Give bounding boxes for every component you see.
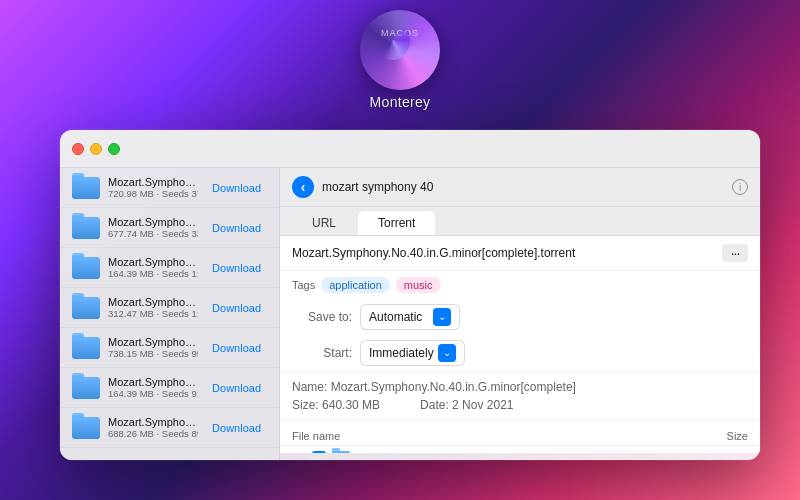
sidebar: Mozart.Symphony. 720.98 MB · Seeds 378 D… (60, 168, 280, 460)
more-button[interactable]: ··· (722, 244, 748, 262)
date-item: Date: 2 Nov 2021 (420, 398, 513, 412)
size-value: 640.30 MB (322, 398, 380, 412)
sidebar-meta: 164.39 MB · Seeds 113 (108, 268, 198, 279)
tab-torrent[interactable]: Torrent (358, 211, 435, 235)
main-window: Mozart.Symphony. 720.98 MB · Seeds 378 D… (60, 130, 760, 460)
size-item: Size: 640.30 MB (292, 398, 380, 412)
sidebar-text: Mozart.Symphony. 738.15 MB · Seeds 95 (108, 336, 198, 359)
files-col-size: Size (668, 430, 748, 442)
sidebar-name: Mozart.Symphony. (108, 176, 198, 188)
sidebar-meta: 720.98 MB · Seeds 378 (108, 188, 198, 199)
sidebar-text: Mozart.Symphony. 688.26 MB · Seeds 89 (108, 416, 198, 439)
macos-label: macOS (360, 10, 440, 38)
sidebar-name: Mozart.Symphony. (108, 376, 198, 388)
folder-icon (72, 377, 100, 399)
download-button-6[interactable]: Download (206, 420, 267, 436)
sidebar-item-5[interactable]: Mozart.Symphony. 164.39 MB · Seeds 91 Do… (60, 368, 279, 408)
sidebar-item-0[interactable]: Mozart.Symphony. 720.98 MB · Seeds 378 D… (60, 168, 279, 208)
file-name: Mozart.Symphony...in.G.minor[complete] (356, 451, 662, 453)
folder-icon (72, 417, 100, 439)
tags-label: Tags (292, 279, 315, 291)
files-header: File name Size (280, 427, 760, 446)
sidebar-name: Mozart.Symphony. (108, 256, 198, 268)
save-to-row: Save to: Automatic (280, 299, 760, 335)
monterey-orb: macOS (360, 10, 440, 90)
sidebar-text: Mozart.Symphony. 164.39 MB · Seeds 113 (108, 256, 198, 279)
sidebar-name: Mozart.Symphony. (108, 336, 198, 348)
name-value: Mozart.Symphony.No.40.in.G.minor[complet… (331, 380, 576, 394)
minimize-button[interactable] (90, 143, 102, 155)
download-button-1[interactable]: Download (206, 220, 267, 236)
sidebar-meta: 677.74 MB · Seeds 336 (108, 228, 198, 239)
download-button-2[interactable]: Download (206, 260, 267, 276)
size-label: Size: (292, 398, 319, 412)
sidebar-meta: 164.39 MB · Seeds 91 (108, 388, 198, 399)
sidebar-text: Mozart.Symphony. 164.39 MB · Seeds 91 (108, 376, 198, 399)
file-folder-icon (332, 451, 350, 453)
meta-section: Name: Mozart.Symphony.No.40.in.G.minor[c… (280, 371, 760, 420)
traffic-lights (72, 143, 120, 155)
sidebar-item-6[interactable]: Mozart.Symphony. 688.26 MB · Seeds 89 Do… (60, 408, 279, 448)
torrent-filename: Mozart.Symphony.No.40.in.G.minor[complet… (292, 246, 714, 260)
sidebar-name: Mozart.Symphony. (108, 216, 198, 228)
sidebar-item-3[interactable]: Mozart.Symphony. 312.47 MB · Seeds 111 D… (60, 288, 279, 328)
file-expand-icon[interactable]: › (292, 451, 306, 453)
file-row: › Mozart.Symphony...in.G.minor[complete]… (280, 446, 760, 453)
files-section: File name Size › Mozart.Symphony...in.G.… (280, 420, 760, 453)
monterey-title: Monterey (370, 94, 431, 110)
monterey-logo: macOS Monterey (360, 10, 440, 110)
folder-icon (72, 177, 100, 199)
sidebar-item-2[interactable]: Mozart.Symphony. 164.39 MB · Seeds 113 D… (60, 248, 279, 288)
torrent-panel: Mozart.Symphony.No.40.in.G.minor[complet… (280, 236, 760, 453)
files-col-name: File name (292, 430, 668, 442)
download-button-3[interactable]: Download (206, 300, 267, 316)
download-button-0[interactable]: Download (206, 180, 267, 196)
name-item: Name: Mozart.Symphony.No.40.in.G.minor[c… (292, 380, 576, 394)
start-select[interactable]: Immediately (360, 340, 465, 366)
back-button[interactable] (292, 176, 314, 198)
sidebar-text: Mozart.Symphony. 720.98 MB · Seeds 378 (108, 176, 198, 199)
search-bar-area: i (280, 168, 760, 207)
name-row: Name: Mozart.Symphony.No.40.in.G.minor[c… (292, 378, 748, 396)
sidebar-name: Mozart.Symphony. (108, 296, 198, 308)
start-row: Start: Immediately (280, 335, 760, 371)
tag-application[interactable]: application (321, 277, 390, 293)
folder-icon (72, 217, 100, 239)
sidebar-text: Mozart.Symphony. 677.74 MB · Seeds 336 (108, 216, 198, 239)
sidebar-text: Mozart.Symphony. 312.47 MB · Seeds 111 (108, 296, 198, 319)
sidebar-meta: 312.47 MB · Seeds 111 (108, 308, 198, 319)
folder-icon (72, 337, 100, 359)
start-arrow (438, 344, 456, 362)
sidebar-item-1[interactable]: Mozart.Symphony. 677.74 MB · Seeds 336 D… (60, 208, 279, 248)
maximize-button[interactable] (108, 143, 120, 155)
tabs-row: URL Torrent (280, 207, 760, 236)
main-content: i URL Torrent Mozart.Symphony.No.40.in.G… (280, 168, 760, 460)
window-content: Mozart.Symphony. 720.98 MB · Seeds 378 D… (60, 168, 760, 460)
download-button-4[interactable]: Download (206, 340, 267, 356)
close-button[interactable] (72, 143, 84, 155)
folder-icon (72, 257, 100, 279)
download-button-5[interactable]: Download (206, 380, 267, 396)
sidebar-meta: 738.15 MB · Seeds 95 (108, 348, 198, 359)
sidebar-item-4[interactable]: Mozart.Symphony. 738.15 MB · Seeds 95 Do… (60, 328, 279, 368)
save-to-select[interactable]: Automatic (360, 304, 460, 330)
sidebar-meta: 688.26 MB · Seeds 89 (108, 428, 198, 439)
tag-music[interactable]: music (396, 277, 441, 293)
start-label: Start: (292, 346, 352, 360)
tags-row: Tags application music (280, 271, 760, 299)
folder-icon (72, 297, 100, 319)
search-input[interactable] (322, 176, 724, 198)
file-size: 640.30 MB (668, 451, 748, 453)
info-icon[interactable]: i (732, 179, 748, 195)
save-to-arrow (433, 308, 451, 326)
title-bar (60, 130, 760, 168)
date-value: 2 Nov 2021 (452, 398, 513, 412)
sidebar-name: Mozart.Symphony. (108, 416, 198, 428)
tab-url[interactable]: URL (292, 211, 356, 235)
size-date-row: Size: 640.30 MB Date: 2 Nov 2021 (292, 396, 748, 414)
file-checkbox[interactable] (312, 451, 326, 453)
torrent-filename-row: Mozart.Symphony.No.40.in.G.minor[complet… (280, 236, 760, 271)
save-to-label: Save to: (292, 310, 352, 324)
name-label: Name: (292, 380, 327, 394)
date-label: Date: (420, 398, 449, 412)
